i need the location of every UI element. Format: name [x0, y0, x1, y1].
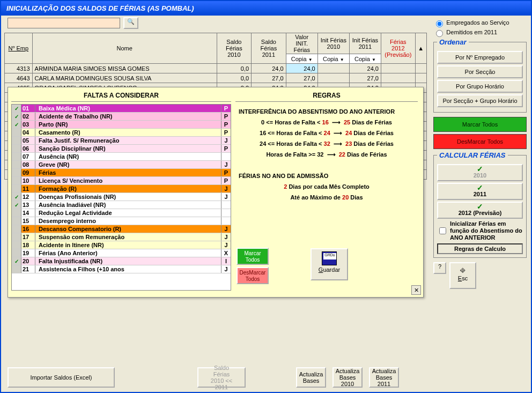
falta-row[interactable]: 21 Assistencia a Filhos (+10 anos J: [12, 265, 231, 273]
falta-row[interactable]: 05 Falta Justif. S/ Remuneração J: [12, 137, 231, 145]
copia-2011[interactable]: Copia ▼: [349, 54, 381, 64]
faltas-regras-dialog: FALTAS A CONSIDERAR 01 Baixa Médica (NR)…: [8, 87, 424, 298]
search-button[interactable]: 🔍: [123, 17, 138, 29]
falta-row[interactable]: 02 Acidente de Trabalho (NR) P: [12, 113, 231, 121]
regra-line: 16 <= Horas de Falta < 24 ⟶ 24 Dias de F…: [235, 128, 418, 138]
marcar-todos-mini[interactable]: Marcar Todos: [237, 248, 269, 265]
scroll-up[interactable]: ▲: [415, 33, 426, 64]
falta-row[interactable]: 06 Sanção Disciplinar (NR) P: [12, 145, 231, 153]
copia-2010[interactable]: Copia ▼: [317, 54, 349, 64]
calc-2012[interactable]: ✓2012 (Previsão): [437, 202, 523, 219]
ord-grupo[interactable]: Por Grupo Horário: [437, 80, 523, 93]
col-emp[interactable]: Nº Emp: [5, 33, 33, 64]
saldo-ferias-button: Saldo Férias 2010 << 2011: [197, 367, 246, 388]
col-if2010[interactable]: Init Férias 2010: [317, 33, 349, 54]
exit-icon: ⎆: [450, 265, 475, 275]
actualiza-bases-2011[interactable]: Actualiza Bases 2011: [369, 367, 399, 388]
ordenar-legend: Ordenar: [437, 38, 469, 46]
calc-2010[interactable]: ✓2010: [437, 164, 523, 181]
guardar-button[interactable]: Guardar: [311, 248, 348, 280]
falta-row[interactable]: 20 Falta Injustificada (NR) I: [12, 257, 231, 265]
calc-legend: CALCULAR FÉRIAS: [437, 151, 508, 159]
copia-vinit[interactable]: Copia ▼: [286, 54, 317, 64]
falta-row[interactable]: 01 Baixa Médica (NR) P: [12, 105, 231, 113]
exit-button[interactable]: ⎆ Esc: [449, 262, 476, 289]
ord-seccao-grupo[interactable]: Por Secção + Grupo Horário: [437, 94, 523, 107]
regras-h2: FÉRIAS NO ANO DE ADMISSÃO: [235, 170, 418, 181]
falta-row[interactable]: 04 Casamento (R) P: [12, 129, 231, 137]
radio-servico[interactable]: Empregados ao Serviço: [433, 19, 527, 27]
falta-row[interactable]: 13 Ausência Inadiável (NR): [12, 201, 231, 209]
falta-row[interactable]: 16 Descanso Compensatorio (R) J: [12, 225, 231, 233]
falta-row[interactable]: 12 Doenças Profissionais (NR) J: [12, 193, 231, 201]
regras-calculo-button[interactable]: Regras de Calculo: [437, 243, 523, 254]
table-row[interactable]: 4313ARMINDA MARIA SIMOES MISSA GOMES 0,0…: [5, 64, 427, 73]
chk-init-absentismo[interactable]: Inicializar Férias em função do Absentis…: [437, 220, 523, 241]
col-sf2010[interactable]: Saldo Férias 2010: [217, 33, 252, 64]
falta-row[interactable]: 08 Greve (NR) J: [12, 161, 231, 169]
regra-line: Horas de Falta >= 32 ⟶ 22 Dias de Férias: [235, 149, 418, 160]
table-row[interactable]: 4643CARLA MARIA DOMINGUES SOUSA SILVA 0,…: [5, 73, 427, 83]
regra-line: 0 <= Horas de Falta < 16 ⟶ 25 Dias de Fé…: [235, 117, 418, 128]
help-button[interactable]: ?: [433, 262, 446, 274]
falta-row[interactable]: 18 Acidente in Itinere (NR) J: [12, 241, 231, 249]
regras-h1: INTERFERÊNCIA DO ABSENTISMO DO ANO ANTER…: [235, 106, 418, 117]
save-icon: [322, 251, 337, 265]
ord-empregado[interactable]: Por Nº Empregado: [437, 51, 523, 64]
falta-row[interactable]: 19 Férias (Ano Anterior) X: [12, 249, 231, 257]
desmarcar-todos-main[interactable]: DesMarcar Todos: [433, 134, 527, 149]
faltas-list[interactable]: 01 Baixa Médica (NR) P 02 Acidente de Tr…: [11, 104, 231, 291]
ordenar-group: Ordenar Por Nº Empregado Por Secção Por …: [433, 38, 527, 113]
search-input[interactable]: [8, 18, 120, 28]
importar-saldos-button[interactable]: Importar Saldos (Excel): [8, 367, 115, 388]
falta-row[interactable]: 14 Redução Legal Actividade: [12, 209, 231, 217]
actualiza-bases[interactable]: Actualiza Bases: [296, 367, 326, 388]
col-if2011[interactable]: Init Férias 2011: [349, 33, 381, 54]
falta-row[interactable]: 03 Parto (NR) P: [12, 121, 231, 129]
regra-line: 24 <= Horas de Falta < 32 ⟶ 23 Dias de F…: [235, 138, 418, 149]
actualiza-bases-2010[interactable]: Actualiza Bases 2010: [332, 367, 363, 388]
falta-row[interactable]: 10 Licença S/ Vencimento P: [12, 177, 231, 185]
faltas-title: FALTAS A CONSIDERAR: [11, 91, 231, 102]
falta-row[interactable]: 17 Suspensão com Remuneração J: [12, 233, 231, 241]
falta-row[interactable]: 11 Formação (R) J: [12, 185, 231, 193]
falta-row[interactable]: 07 Ausência (NR): [12, 153, 231, 161]
ord-seccao[interactable]: Por Secção: [437, 65, 523, 78]
col-f2012[interactable]: Férias 2012 (Previsão): [381, 33, 416, 64]
col-sf2011[interactable]: Saldo Férias 2011: [252, 33, 286, 64]
calc-2011[interactable]: ✓2011: [437, 183, 523, 200]
falta-row[interactable]: 09 Férias P: [12, 169, 231, 177]
col-nome[interactable]: Nome: [32, 33, 217, 64]
desmarcar-todos-mini[interactable]: DesMarcar Todos: [237, 267, 269, 284]
falta-row[interactable]: 15 Desemprego interno: [12, 217, 231, 225]
calcular-group: CALCULAR FÉRIAS ✓2010 ✓2011 ✓2012 (Previ…: [433, 151, 527, 258]
close-dialog[interactable]: ✕: [411, 285, 421, 295]
regras-title: REGRAS: [235, 91, 418, 102]
col-vinit[interactable]: Valor INIT. Férias: [286, 33, 317, 54]
radio-demitidos[interactable]: Demitidos em 2011: [433, 28, 527, 37]
window-title: INICIALIZAÇÃO DOS SALDOS DE FÉRIAS (AS P…: [1, 1, 531, 16]
marcar-todos-main[interactable]: Marcar Todos: [433, 117, 527, 132]
